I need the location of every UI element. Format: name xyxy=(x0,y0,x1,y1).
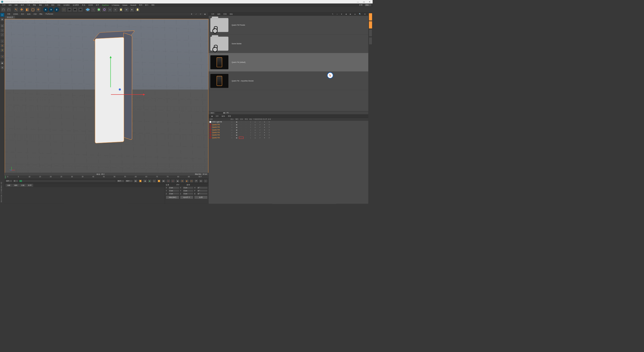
uv-mode-icon[interactable]: U xyxy=(0,44,4,48)
record-button[interactable]: ⦸ xyxy=(166,179,170,183)
take-cell[interactable]: ◇ xyxy=(253,129,258,130)
takes-column-header[interactable]: 变形器 xyxy=(258,118,263,120)
take-row[interactable]: Quartz FM○▣··⋮◇✓▾ⵘ xyxy=(209,136,368,139)
xform-rot-field[interactable]: 0 ° xyxy=(197,193,208,195)
take-row[interactable]: Quartz FM○▣··⋮◇✓▾ⵘ xyxy=(209,134,368,136)
browser-item[interactable]: Quartz FM – Impurities Module xyxy=(209,72,368,90)
take-cell[interactable]: ⵘ xyxy=(267,126,272,128)
take-cell[interactable]: ○ xyxy=(230,126,234,128)
take-cell[interactable]: ◇ xyxy=(253,126,258,128)
menu-octane[interactable]: Octane xyxy=(121,4,129,6)
browser-list[interactable]: Quartz FM PresetsScene BuilderQuartz FM … xyxy=(209,16,368,111)
coord-system-button[interactable]: ⬚ xyxy=(61,7,66,12)
browser-new-icon[interactable]: ✎ xyxy=(331,13,335,15)
take-cell[interactable]: ▣ xyxy=(234,134,239,136)
gizmo-y-axis[interactable] xyxy=(110,57,111,87)
deformer-button[interactable] xyxy=(102,7,107,12)
menu-snap[interactable]: 捕捉 xyxy=(38,4,43,6)
take-cell[interactable]: · xyxy=(244,137,248,138)
viewmenu-prorender[interactable]: ProRender xyxy=(45,13,55,15)
take-cell[interactable]: ⵘ xyxy=(267,129,272,130)
take-cell[interactable]: ✓ xyxy=(258,131,262,133)
mm-tab-create[interactable]: 创建 xyxy=(6,184,12,187)
menu-script[interactable]: 脚本 xyxy=(138,4,144,6)
take-cell[interactable]: ◇ xyxy=(253,134,258,136)
take-cell[interactable]: ▣ xyxy=(234,126,239,128)
take-cell[interactable]: ⵘ xyxy=(267,137,272,138)
render-region-button[interactable] xyxy=(72,7,77,12)
take-row[interactable]: GSG Light Kit○▣··⋮◇✓▾ⵘ xyxy=(209,121,368,123)
view-nav-icon[interactable]: ✥ xyxy=(190,13,193,15)
key-scale-button[interactable]: ◧ xyxy=(185,179,189,183)
prev-frame-button[interactable]: ◀ xyxy=(143,179,147,183)
xform-pos-field[interactable]: 0 cm xyxy=(169,187,179,189)
live-select-tool[interactable]: ↖ xyxy=(14,7,19,12)
take-row[interactable]: Quartz FM○▣··⋮◇✓▾ⵘ xyxy=(209,123,368,126)
texture-mode-icon[interactable]: ▨ xyxy=(0,17,4,21)
take-cell[interactable]: ▾ xyxy=(262,134,267,136)
rail-attribute-manager[interactable] xyxy=(369,29,372,37)
object-mode-icon[interactable]: ◳ xyxy=(0,24,4,28)
take-color-swatch[interactable] xyxy=(210,129,211,131)
browser-fwd-icon[interactable]: ▶ xyxy=(349,13,352,15)
take-color-swatch[interactable] xyxy=(210,137,211,139)
goto-end-button[interactable]: ⏭ xyxy=(162,179,166,183)
perspective-viewport[interactable]: 帧速 : 26.3 网格间距 : 10 cm xyxy=(5,19,209,175)
xform-pos-field[interactable]: 0 cm xyxy=(169,190,179,192)
take-cell[interactable]: · xyxy=(239,134,244,136)
take-cell[interactable]: ⋮ xyxy=(248,134,253,136)
take-cell[interactable]: ▾ xyxy=(262,137,267,138)
menu-help[interactable]: 帮助 xyxy=(150,4,156,6)
take-color-swatch[interactable] xyxy=(210,121,211,123)
menu-animate[interactable]: 动画 xyxy=(44,4,50,6)
browser-bookmark-icon[interactable]: ★ xyxy=(340,13,343,15)
takemenu-file[interactable]: 文件 xyxy=(214,115,220,117)
viewmenu-filter[interactable]: 过滤 xyxy=(32,13,38,15)
layout-select[interactable]: 启动 xyxy=(365,4,372,6)
browser-item[interactable]: Quartz FM (default) xyxy=(209,53,368,72)
takes-column-header[interactable]: 查找 xyxy=(244,118,249,120)
menu-select[interactable]: 选择 xyxy=(20,4,25,6)
xform-size-field[interactable]: 0 cm xyxy=(183,190,193,192)
thumb-size-slider[interactable] xyxy=(215,112,225,113)
take-name[interactable]: Quartz FM xyxy=(212,124,229,125)
browser-menu-edit[interactable]: 编辑 xyxy=(216,13,222,15)
primitive-button[interactable] xyxy=(85,7,90,12)
takes-column-header[interactable]: 锁定 xyxy=(249,118,253,120)
snap-icon[interactable]: ⌖ xyxy=(0,55,4,59)
timeline-end2-field[interactable]: 90 F xyxy=(125,180,133,182)
redo-button[interactable] xyxy=(6,7,11,12)
take-row[interactable]: Quartz FM○▣··⋮◇✓▾ⵘ xyxy=(209,128,368,131)
take-cell[interactable]: ○ xyxy=(230,121,234,123)
take-cell[interactable]: · xyxy=(244,129,248,130)
environment-button[interactable]: ☁ xyxy=(107,7,112,12)
take-cell[interactable]: ⵘ xyxy=(267,134,272,136)
take-cell[interactable]: ▾ xyxy=(262,121,267,123)
spline-button[interactable]: ∿ xyxy=(91,7,96,12)
timeline-scrollbar[interactable] xyxy=(19,180,116,182)
takes-column-header[interactable]: 渲染 xyxy=(239,118,244,120)
take-cell[interactable]: ⋮ xyxy=(248,126,253,128)
menu-character[interactable]: 角色 xyxy=(81,4,87,6)
browser-settings-icon[interactable]: ⚙ xyxy=(363,13,367,15)
next-key-button[interactable]: ⏩ xyxy=(157,179,161,183)
camera-button[interactable]: ◉ xyxy=(113,7,118,12)
take-cell[interactable]: ⵘ xyxy=(267,121,272,123)
take-color-swatch[interactable] xyxy=(210,131,211,133)
point-mode-icon[interactable]: ⋮ xyxy=(0,28,4,32)
take-cell[interactable]: ◇ xyxy=(253,131,258,133)
key-pos-button[interactable]: ✥ xyxy=(180,179,184,183)
take-cell[interactable]: ✓ xyxy=(258,137,262,138)
take-cell[interactable]: ✓ xyxy=(258,129,262,130)
take-cell[interactable]: ○ xyxy=(230,134,234,136)
take-cell[interactable]: ○ xyxy=(230,131,234,133)
take-name[interactable]: Quartz FM xyxy=(212,126,229,128)
menu-mograph[interactable]: 运动图形 xyxy=(72,4,80,6)
take-cell[interactable]: ▣ xyxy=(234,137,239,138)
mm-tab-edit[interactable]: 编辑 xyxy=(13,184,19,187)
take-name[interactable]: Quartz FM xyxy=(212,134,229,136)
menu-xparticles[interactable]: X-Particles xyxy=(110,4,120,6)
viewmenu-view[interactable]: 查看 xyxy=(6,13,12,15)
close-button[interactable]: ✕ xyxy=(369,1,370,3)
browser-back-icon[interactable]: ◀ xyxy=(344,13,348,15)
